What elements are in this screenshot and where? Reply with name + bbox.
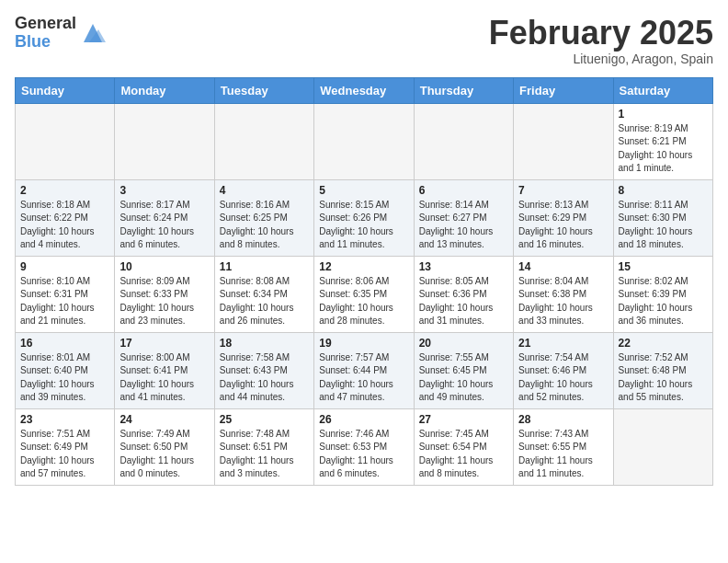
calendar-day-cell: 28Sunrise: 7:43 AM Sunset: 6:55 PM Dayli…: [514, 408, 613, 485]
day-info: Sunrise: 7:45 AM Sunset: 6:54 PM Dayligh…: [419, 428, 508, 481]
weekday-header-tuesday: Tuesday: [214, 77, 313, 103]
logo-blue-text: Blue: [15, 33, 76, 52]
day-info: Sunrise: 8:19 AM Sunset: 6:21 PM Dayligh…: [619, 122, 708, 176]
day-number: 6: [419, 184, 508, 197]
day-number: 7: [518, 184, 608, 197]
calendar-day-cell: 13Sunrise: 8:05 AM Sunset: 6:36 PM Dayli…: [414, 256, 513, 332]
day-info: Sunrise: 8:08 AM Sunset: 6:34 PM Dayligh…: [220, 275, 309, 328]
weekday-header-friday: Friday: [514, 77, 613, 103]
calendar-day-cell: 20Sunrise: 7:55 AM Sunset: 6:45 PM Dayli…: [414, 332, 513, 408]
day-info: Sunrise: 8:02 AM Sunset: 6:39 PM Dayligh…: [619, 275, 708, 328]
day-number: 18: [220, 337, 309, 350]
day-number: 28: [518, 413, 608, 426]
day-info: Sunrise: 7:49 AM Sunset: 6:50 PM Dayligh…: [119, 428, 209, 481]
calendar-day-cell: [514, 103, 613, 179]
day-number: 16: [20, 337, 109, 350]
day-number: 13: [419, 260, 508, 273]
day-number: 26: [319, 413, 408, 426]
month-title: February 2025: [489, 15, 713, 52]
calendar-week-row: 1Sunrise: 8:19 AM Sunset: 6:21 PM Daylig…: [16, 103, 713, 179]
calendar-day-cell: 22Sunrise: 7:52 AM Sunset: 6:48 PM Dayli…: [613, 332, 712, 408]
day-number: 8: [619, 184, 708, 197]
day-number: 3: [119, 184, 209, 197]
calendar-day-cell: [214, 103, 313, 179]
day-info: Sunrise: 8:09 AM Sunset: 6:33 PM Dayligh…: [119, 275, 209, 328]
day-number: 23: [20, 413, 109, 426]
day-number: 19: [319, 337, 408, 350]
day-info: Sunrise: 7:55 AM Sunset: 6:45 PM Dayligh…: [419, 351, 508, 405]
day-info: Sunrise: 8:13 AM Sunset: 6:29 PM Dayligh…: [518, 199, 608, 252]
day-info: Sunrise: 8:16 AM Sunset: 6:25 PM Dayligh…: [220, 199, 309, 252]
calendar-day-cell: 21Sunrise: 7:54 AM Sunset: 6:46 PM Dayli…: [514, 332, 613, 408]
calendar-day-cell: 16Sunrise: 8:01 AM Sunset: 6:40 PM Dayli…: [16, 332, 115, 408]
day-number: 12: [319, 260, 408, 273]
day-number: 14: [518, 260, 608, 273]
calendar-day-cell: 14Sunrise: 8:04 AM Sunset: 6:38 PM Dayli…: [514, 256, 613, 332]
day-info: Sunrise: 8:00 AM Sunset: 6:41 PM Dayligh…: [119, 351, 209, 405]
day-number: 22: [619, 337, 708, 350]
calendar-day-cell: 9Sunrise: 8:10 AM Sunset: 6:31 PM Daylig…: [16, 256, 115, 332]
day-number: 4: [220, 184, 309, 197]
weekday-header-sunday: Sunday: [16, 77, 115, 103]
day-number: 25: [220, 413, 309, 426]
day-number: 24: [119, 413, 209, 426]
day-info: Sunrise: 7:54 AM Sunset: 6:46 PM Dayligh…: [518, 351, 608, 405]
day-number: 15: [619, 260, 708, 273]
calendar-day-cell: 12Sunrise: 8:06 AM Sunset: 6:35 PM Dayli…: [314, 256, 414, 332]
day-number: 21: [518, 337, 608, 350]
calendar-day-cell: 11Sunrise: 8:08 AM Sunset: 6:34 PM Dayli…: [214, 256, 313, 332]
calendar-day-cell: 24Sunrise: 7:49 AM Sunset: 6:50 PM Dayli…: [115, 408, 214, 485]
weekday-header-monday: Monday: [115, 77, 214, 103]
day-info: Sunrise: 7:58 AM Sunset: 6:43 PM Dayligh…: [220, 351, 309, 405]
calendar-day-cell: 8Sunrise: 8:11 AM Sunset: 6:30 PM Daylig…: [613, 179, 712, 256]
day-number: 20: [419, 337, 508, 350]
calendar-day-cell: 26Sunrise: 7:46 AM Sunset: 6:53 PM Dayli…: [314, 408, 414, 485]
title-block: February 2025 Lituenigo, Aragon, Spain: [489, 15, 713, 66]
calendar-week-row: 2Sunrise: 8:18 AM Sunset: 6:22 PM Daylig…: [16, 179, 713, 256]
calendar-day-cell: [613, 408, 712, 485]
day-info: Sunrise: 8:18 AM Sunset: 6:22 PM Dayligh…: [20, 199, 109, 252]
calendar-week-row: 16Sunrise: 8:01 AM Sunset: 6:40 PM Dayli…: [16, 332, 713, 408]
calendar-week-row: 9Sunrise: 8:10 AM Sunset: 6:31 PM Daylig…: [16, 256, 713, 332]
day-number: 5: [319, 184, 408, 197]
calendar-day-cell: [314, 103, 414, 179]
calendar-week-row: 23Sunrise: 7:51 AM Sunset: 6:49 PM Dayli…: [16, 408, 713, 485]
calendar-table: SundayMondayTuesdayWednesdayThursdayFrid…: [15, 77, 713, 486]
calendar-day-cell: 1Sunrise: 8:19 AM Sunset: 6:21 PM Daylig…: [613, 103, 712, 179]
calendar-day-cell: 17Sunrise: 8:00 AM Sunset: 6:41 PM Dayli…: [115, 332, 214, 408]
weekday-header-row: SundayMondayTuesdayWednesdayThursdayFrid…: [16, 77, 713, 103]
day-info: Sunrise: 8:04 AM Sunset: 6:38 PM Dayligh…: [518, 275, 608, 328]
day-info: Sunrise: 8:14 AM Sunset: 6:27 PM Dayligh…: [419, 199, 508, 252]
day-info: Sunrise: 8:06 AM Sunset: 6:35 PM Dayligh…: [319, 275, 408, 328]
calendar-day-cell: [115, 103, 214, 179]
weekday-header-wednesday: Wednesday: [314, 77, 414, 103]
logo-icon: [80, 20, 106, 46]
calendar-day-cell: 10Sunrise: 8:09 AM Sunset: 6:33 PM Dayli…: [115, 256, 214, 332]
day-number: 27: [419, 413, 508, 426]
calendar-day-cell: [16, 103, 115, 179]
calendar-day-cell: 7Sunrise: 8:13 AM Sunset: 6:29 PM Daylig…: [514, 179, 613, 256]
day-number: 17: [119, 337, 209, 350]
calendar-day-cell: 23Sunrise: 7:51 AM Sunset: 6:49 PM Dayli…: [16, 408, 115, 485]
day-info: Sunrise: 7:46 AM Sunset: 6:53 PM Dayligh…: [319, 428, 408, 481]
day-info: Sunrise: 8:17 AM Sunset: 6:24 PM Dayligh…: [119, 199, 209, 252]
weekday-header-thursday: Thursday: [414, 77, 513, 103]
calendar-day-cell: 15Sunrise: 8:02 AM Sunset: 6:39 PM Dayli…: [613, 256, 712, 332]
page-header: General Blue February 2025 Lituenigo, Ar…: [15, 15, 713, 66]
location-subtitle: Lituenigo, Aragon, Spain: [489, 52, 713, 66]
calendar-day-cell: 5Sunrise: 8:15 AM Sunset: 6:26 PM Daylig…: [314, 179, 414, 256]
day-number: 10: [119, 260, 209, 273]
day-info: Sunrise: 7:51 AM Sunset: 6:49 PM Dayligh…: [20, 428, 109, 481]
calendar-day-cell: 19Sunrise: 7:57 AM Sunset: 6:44 PM Dayli…: [314, 332, 414, 408]
calendar-day-cell: 6Sunrise: 8:14 AM Sunset: 6:27 PM Daylig…: [414, 179, 513, 256]
weekday-header-saturday: Saturday: [613, 77, 712, 103]
logo: General Blue: [15, 15, 106, 52]
calendar-day-cell: 18Sunrise: 7:58 AM Sunset: 6:43 PM Dayli…: [214, 332, 313, 408]
calendar-day-cell: 3Sunrise: 8:17 AM Sunset: 6:24 PM Daylig…: [115, 179, 214, 256]
calendar-day-cell: 4Sunrise: 8:16 AM Sunset: 6:25 PM Daylig…: [214, 179, 313, 256]
day-number: 2: [20, 184, 109, 197]
day-info: Sunrise: 8:01 AM Sunset: 6:40 PM Dayligh…: [20, 351, 109, 405]
day-info: Sunrise: 8:15 AM Sunset: 6:26 PM Dayligh…: [319, 199, 408, 252]
day-number: 11: [220, 260, 309, 273]
day-info: Sunrise: 7:52 AM Sunset: 6:48 PM Dayligh…: [619, 351, 708, 405]
